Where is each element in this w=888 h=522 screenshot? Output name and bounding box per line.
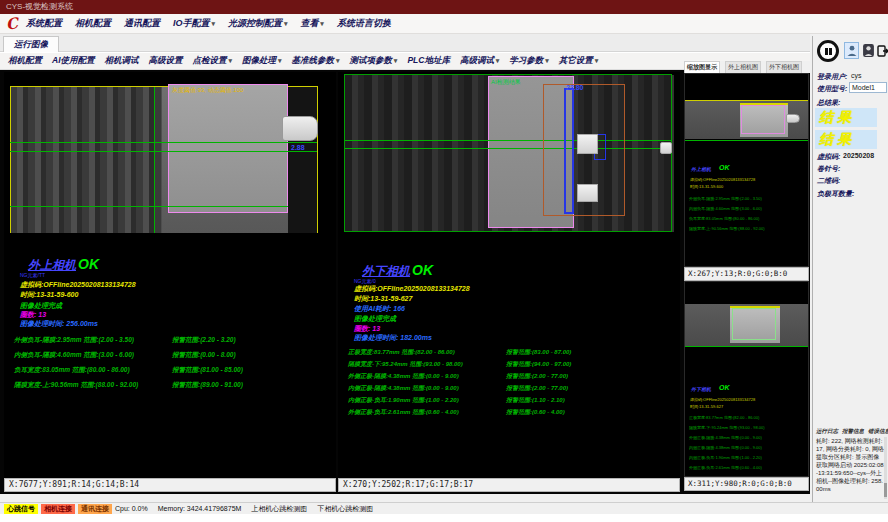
mid-code: 虚拟码:OFFline20250208133134728 — [354, 284, 470, 294]
toolbar-item[interactable]: 学习参数 ▾ — [509, 55, 548, 67]
preview-bottom-coordinate-bar: X:311;Y:980;R:0;G:0;B:0 — [684, 477, 809, 491]
mid-detect-box — [564, 88, 574, 214]
measurement-row: 外侧负耳-隔膜:2.95mm 范围:(2.00 - 3.50)报警范围:(2.2… — [14, 336, 336, 351]
preview-measurement-row: 内侧正极-隔膜:4.38mm 范围:(0.00 - 9.00) — [689, 445, 808, 455]
overlay-line — [10, 206, 288, 207]
preview-top-ok: OK — [719, 164, 730, 171]
camera-left-image[interactable]: 灰度阈值:93, 动态阈值:100 2.88 — [4, 72, 336, 233]
title-bar: CYS-视觉检测系统 — [0, 0, 888, 14]
toolbar-item[interactable]: 相机调试 — [105, 55, 139, 67]
result-badge-bottom: 结果 — [815, 130, 877, 149]
left-threshold-overlay: 灰度阈值:93, 动态阈值:100 — [172, 86, 243, 95]
menu-item[interactable]: IO手配置 ▾ — [173, 17, 215, 30]
menu-item[interactable]: 系统语言切换 — [337, 17, 391, 30]
memory-usage: Memory: 3424.41796875M — [158, 505, 242, 512]
preview-top-image[interactable]: 外上相机 OK 虚拟码:OFFline20250208133134728 时间:… — [684, 73, 809, 267]
exit-button[interactable] — [875, 42, 888, 59]
camera-mid-image[interactable]: AI检测结果 23.80 — [338, 72, 680, 237]
preview-top-rows: 外侧负耳-隔膜:2.95mm 范围:(2.00 - 3.50)内侧负耳-隔膜:4… — [689, 196, 808, 236]
menu-item[interactable]: 查看 ▾ — [300, 17, 323, 30]
camera-mid-panel: AI检测结果 23.80 外下相机OK NG元素/0 虚拟码:OFFline20… — [338, 72, 680, 492]
left-value-overlay: 2.88 — [291, 144, 305, 151]
toolbar-item[interactable]: 点检设置 ▾ — [193, 55, 232, 67]
preview-top-title: 外上相机 — [691, 166, 711, 172]
measurement-row: 外侧正极-负耳:2.61mm 范围:(0.60 - 4.00)报警范围:(0.6… — [348, 408, 680, 420]
qr-label: 二维码: — [817, 176, 840, 186]
menu-item[interactable]: 相机配置 — [75, 17, 111, 30]
toolbar-item[interactable]: 相机配置 — [8, 55, 42, 67]
preview-bottom-ok: OK — [719, 384, 730, 391]
window-title: CYS-视觉检测系统 — [6, 2, 73, 11]
left-machine-texture — [10, 87, 162, 233]
preview-measurement-row: 隔膜宽度-下:95.24mm 范围:(93.00 - 98.00) — [689, 425, 808, 435]
code-label: 虚拟码: — [817, 152, 840, 162]
preview-measurement-row: 内侧负耳-隔膜:4.60mm 范围:(3.00 - 6.00) — [689, 206, 808, 216]
model-input[interactable]: Model1 — [849, 82, 887, 93]
mid-value-overlay: 23.80 — [566, 84, 584, 91]
tab-strip: 运行图像 — [0, 34, 810, 52]
toolbar-item[interactable]: 测试项参数 ▾ — [349, 55, 397, 67]
user-dark-button[interactable] — [861, 42, 876, 59]
user-icon — [847, 45, 857, 57]
menu-bar: C 系统配置相机配置通讯配置IO手配置 ▾光源控制配置 ▾查看 ▾系统语言切换 — [0, 14, 888, 34]
total-result-label: 总结果: — [817, 98, 840, 108]
preview-measurement-row: 内侧正极-负耳:1.90mm 范围:(1.00 - 2.20) — [689, 455, 808, 465]
left-process-time: 图像处理时间: 256.00ms — [20, 319, 98, 329]
preview-top-code: 虚拟码:OFFline20250208133134728 — [690, 177, 755, 182]
toolbar-item[interactable]: PLC地址库 — [407, 55, 450, 67]
preview-tab[interactable]: 缩放图显示 — [684, 61, 720, 74]
measurement-row: 隔膜宽度-下:95.24mm 范围:(93.00 - 98.00)报警范围:(9… — [348, 360, 680, 372]
left-time: 时间:13-31-59-600 — [20, 290, 78, 300]
preview-measurement-row: 负耳宽度:83.05mm 范围:(80.00 - 86.00) — [689, 216, 808, 226]
menu-item[interactable]: 通讯配置 — [124, 17, 160, 30]
mid-bright-patch — [660, 142, 672, 154]
left-coordinate-bar: X:7677;Y:891;R:14;G:14;B:14 — [4, 478, 336, 492]
log-tab[interactable]: 错误信息 — [868, 428, 888, 435]
measurement-row: 内侧正极-负耳:1.90mm 范围:(1.00 - 2.20)报警范围:(1.1… — [348, 396, 680, 408]
log-tab[interactable]: 报警信息 — [842, 428, 864, 435]
overlay-line — [10, 142, 317, 143]
status-badge: 通讯连接 — [78, 504, 112, 514]
pause-button[interactable] — [817, 40, 839, 62]
overlay-line — [10, 86, 11, 233]
preview-bottom-time: 时间:13-31-59-627 — [690, 404, 723, 409]
mid-bright-patch — [577, 184, 598, 202]
preview-tab[interactable]: 外上相机图 — [725, 61, 761, 74]
preview-measurement-row: 正极宽度:83.77mm 范围:(82.00 - 86.00) — [689, 415, 808, 425]
overlay-line — [685, 346, 809, 347]
mid-time: 时间:13-31-59-627 — [354, 294, 412, 304]
toolbar-item[interactable]: 其它设置 ▾ — [559, 55, 598, 67]
left-measurements: 外侧负耳-隔膜:2.95mm 范围:(2.00 - 3.50)报警范围:(2.2… — [14, 336, 336, 396]
log-scrollbar[interactable] — [884, 437, 887, 499]
camera-left-panel: 灰度阈值:93, 动态阈值:100 2.88 外上相机OK NG元素/TT 虚拟… — [4, 72, 336, 492]
toolbar-item[interactable]: 高级设置 — [149, 55, 183, 67]
measurement-row: 隔膜宽度-上:90.56mm 范围:(88.00 - 92.00)报警范围:(8… — [14, 381, 336, 396]
left-camera-name: 外上相机 — [28, 258, 76, 272]
toolbar-item[interactable]: 图像处理 ▾ — [242, 55, 281, 67]
preview-connector — [786, 114, 800, 123]
menu-item[interactable]: 系统配置 — [26, 17, 62, 30]
preview-tab[interactable]: 外下相机图 — [766, 61, 802, 74]
toolbar-item[interactable]: 基准线参数 ▾ — [291, 55, 339, 67]
mid-camera-name: 外下相机 — [362, 264, 410, 278]
pause-icon — [817, 40, 839, 62]
toolbar-item[interactable]: AI使用配置 — [52, 55, 95, 67]
cpu-usage: Cpu: 0.0% — [115, 505, 148, 512]
left-camera-sub: NG元素/TT — [20, 272, 45, 278]
user-dark-icon — [863, 44, 874, 57]
menu-item[interactable]: 光源控制配置 ▾ — [228, 17, 287, 30]
user-login-button[interactable] — [844, 42, 859, 59]
cam-up-heartbeat: 上相机心跳检测图 — [251, 504, 307, 514]
preview-measurement-row: 外侧负耳-隔膜:2.95mm 范围:(2.00 - 3.50) — [689, 196, 808, 206]
tab-run-image[interactable]: 运行图像 — [3, 36, 59, 52]
toolbar-item[interactable]: 高级调试 ▾ — [460, 55, 499, 67]
left-code: 虚拟码:OFFline20250208133134728 — [20, 280, 136, 290]
overlay-line — [154, 87, 155, 233]
app-window: CYS-视觉检测系统 C 系统配置相机配置通讯配置IO手配置 ▾光源控制配置 ▾… — [0, 0, 888, 522]
status-badge: 相机连接 — [41, 504, 75, 514]
exit-icon — [877, 45, 888, 57]
status-badges: 心跳信号相机连接通讯连接 — [4, 504, 115, 514]
sidebar: 登录用户: cys 使用型号: Model1 总结果: 结果 结果 虚拟码: 2… — [812, 36, 888, 502]
preview-bottom-image[interactable]: 外下相机 OK 虚拟码:OFFline20250208133134728 时间:… — [684, 281, 809, 477]
log-tab[interactable]: 运行日志 — [816, 428, 838, 435]
